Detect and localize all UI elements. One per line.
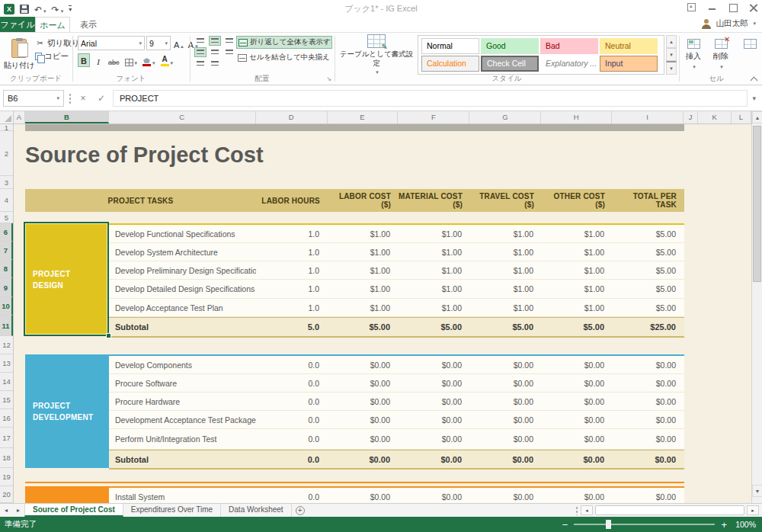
format-cells-button[interactable] xyxy=(738,36,762,74)
customize-qat-icon[interactable]: ▾ xyxy=(69,5,72,13)
row-header-16[interactable]: 16 xyxy=(0,409,13,428)
cell-style-neutral[interactable]: Neutral xyxy=(600,38,658,54)
maximize-icon[interactable] xyxy=(728,3,737,11)
row-header-15[interactable]: 15 xyxy=(0,391,13,409)
zoom-in-button[interactable]: + xyxy=(721,520,727,530)
sheet-title[interactable]: Source of Project Cost xyxy=(25,143,264,168)
scroll-left-button[interactable]: ◂ xyxy=(581,505,593,515)
sheet-tab-3[interactable]: Data Worksheet xyxy=(221,504,292,517)
gallery-scroll-down-button[interactable]: ▾ xyxy=(666,48,677,61)
value-cell[interactable]: $0.00 xyxy=(470,434,542,444)
header-labor-hours[interactable]: LABOR HOURS xyxy=(256,197,328,205)
value-cell[interactable]: $0.00 xyxy=(328,434,399,444)
column-header-F[interactable]: F xyxy=(398,111,469,123)
value-cell[interactable]: 0.0 xyxy=(256,397,328,406)
value-cell[interactable]: $0.00 xyxy=(328,361,399,370)
value-cell[interactable]: $0.00 xyxy=(613,492,684,502)
value-cell[interactable]: $1.00 xyxy=(399,266,470,275)
header-other-cost[interactable]: OTHER COST ($) xyxy=(542,192,613,209)
value-cell[interactable]: $1.00 xyxy=(470,229,542,239)
zoom-out-button[interactable]: − xyxy=(562,520,568,530)
font-name-select[interactable]: Arial▾ xyxy=(78,36,145,50)
value-cell[interactable]: $1.00 xyxy=(328,266,399,275)
task-cell[interactable]: Develop Components xyxy=(109,361,256,370)
column-header-K[interactable]: K xyxy=(698,111,732,123)
value-cell[interactable]: $0.00 xyxy=(542,397,613,406)
header-total-per-task[interactable]: TOTAL PER TASK xyxy=(613,192,684,209)
value-cell[interactable]: $1.00 xyxy=(399,303,470,312)
subtotal-value-cell[interactable]: 0.0 xyxy=(256,455,328,464)
cell-style-bad[interactable]: Bad xyxy=(540,38,598,54)
row-header-1[interactable]: 1 xyxy=(0,124,13,131)
value-cell[interactable]: $0.00 xyxy=(470,492,542,502)
value-cell[interactable]: $0.00 xyxy=(470,379,542,388)
value-cell[interactable]: $1.00 xyxy=(542,303,613,312)
borders-button[interactable]: ▾ xyxy=(123,53,139,67)
wrap-text-button[interactable]: 折り返して全体を表示する xyxy=(236,36,332,49)
value-cell[interactable]: $5.00 xyxy=(613,248,684,257)
worksheet-area[interactable]: Source of Project Cost PROJECT TASKS LAB… xyxy=(14,124,751,503)
subtotal-value-cell[interactable]: $0.00 xyxy=(542,455,613,464)
subtotal-value-cell[interactable]: 5.0 xyxy=(256,322,328,332)
value-cell[interactable]: $0.00 xyxy=(613,379,684,388)
value-cell[interactable]: $1.00 xyxy=(399,229,470,239)
value-cell[interactable]: 0.0 xyxy=(256,492,328,502)
cell-style-good[interactable]: Good xyxy=(481,38,539,54)
collapse-ribbon-button[interactable] xyxy=(751,75,757,82)
subtotal-label-cell[interactable]: Subtotal xyxy=(109,322,256,332)
row-header-19[interactable]: 19 xyxy=(0,468,13,486)
bold-button[interactable]: B xyxy=(78,53,90,67)
row-header-11[interactable]: 11 xyxy=(0,316,13,336)
subtotal-value-cell[interactable]: $0.00 xyxy=(399,455,470,464)
value-cell[interactable]: $0.00 xyxy=(613,397,684,406)
value-cell[interactable]: $0.00 xyxy=(399,415,470,425)
tab-view[interactable]: 表示 xyxy=(73,17,104,32)
italic-button[interactable]: I xyxy=(92,53,104,67)
task-cell[interactable]: Develop Preliminary Design Specification xyxy=(109,266,256,275)
subtotal-value-cell[interactable]: $5.00 xyxy=(328,322,399,332)
value-cell[interactable]: $1.00 xyxy=(470,284,542,293)
paste-button[interactable]: 貼り付け xyxy=(3,35,35,75)
scroll-down-button[interactable]: ▼ xyxy=(752,485,762,497)
value-cell[interactable]: $0.00 xyxy=(542,492,613,502)
value-cell[interactable]: $1.00 xyxy=(470,303,542,312)
fill-color-button[interactable]: ▾ xyxy=(141,53,157,67)
section-label-cell[interactable]: PROJECT DEVELOPMENT xyxy=(25,354,109,468)
header-labor-cost[interactable]: LABOR COST ($) xyxy=(328,192,399,209)
subtotal-value-cell[interactable]: $0.00 xyxy=(328,455,399,464)
ribbon-display-options-icon[interactable] xyxy=(687,3,696,11)
vertical-scrollbar-thumb[interactable] xyxy=(753,126,761,282)
next-sheet-icon[interactable]: ▸ xyxy=(12,504,24,517)
row-header-4[interactable]: 4 xyxy=(0,189,13,212)
task-cell[interactable]: Procure Hardware xyxy=(109,397,256,406)
cell-style-normal[interactable]: Normal xyxy=(421,38,479,54)
tab-home[interactable]: ホーム xyxy=(35,17,70,32)
value-cell[interactable]: $0.00 xyxy=(328,492,399,502)
value-cell[interactable]: $0.00 xyxy=(328,415,399,425)
value-cell[interactable]: $0.00 xyxy=(542,415,613,425)
align-center-icon[interactable] xyxy=(209,47,221,57)
row-header-3[interactable]: 3 xyxy=(0,176,13,189)
task-cell[interactable]: Develop Acceptance Test Plan xyxy=(109,303,256,312)
merge-center-button[interactable]: セルを結合して中央揃え ▾ xyxy=(236,51,332,64)
formula-bar-expand-icon[interactable]: ▾ xyxy=(752,95,759,102)
vertical-scrollbar[interactable]: ▲ ▼ xyxy=(751,111,762,503)
value-cell[interactable]: $1.00 xyxy=(399,248,470,257)
section-label-cell[interactable]: PROJECT DESIGN xyxy=(25,223,109,336)
redo-button[interactable]: ↷▾ xyxy=(52,2,64,16)
value-cell[interactable]: $1.00 xyxy=(470,266,542,275)
close-icon[interactable] xyxy=(749,3,757,11)
previous-sheet-icon[interactable]: ◂ xyxy=(0,504,12,517)
column-header-J[interactable]: J xyxy=(684,111,698,123)
column-header-I[interactable]: I xyxy=(612,111,684,123)
value-cell[interactable]: $1.00 xyxy=(470,248,542,257)
task-cell[interactable]: Develop Functional Specifications xyxy=(109,229,256,239)
value-cell[interactable]: $1.00 xyxy=(542,284,613,293)
value-cell[interactable]: $1.00 xyxy=(542,266,613,275)
row-header-20[interactable]: 20 xyxy=(0,486,13,503)
row-header-12[interactable]: 12 xyxy=(0,336,13,354)
section-label-cell[interactable] xyxy=(25,486,109,503)
increase-font-size-button[interactable]: A▴ xyxy=(172,37,185,50)
formula-input[interactable]: PROJECT xyxy=(113,90,748,107)
horizontal-scrollbar[interactable] xyxy=(595,505,744,515)
